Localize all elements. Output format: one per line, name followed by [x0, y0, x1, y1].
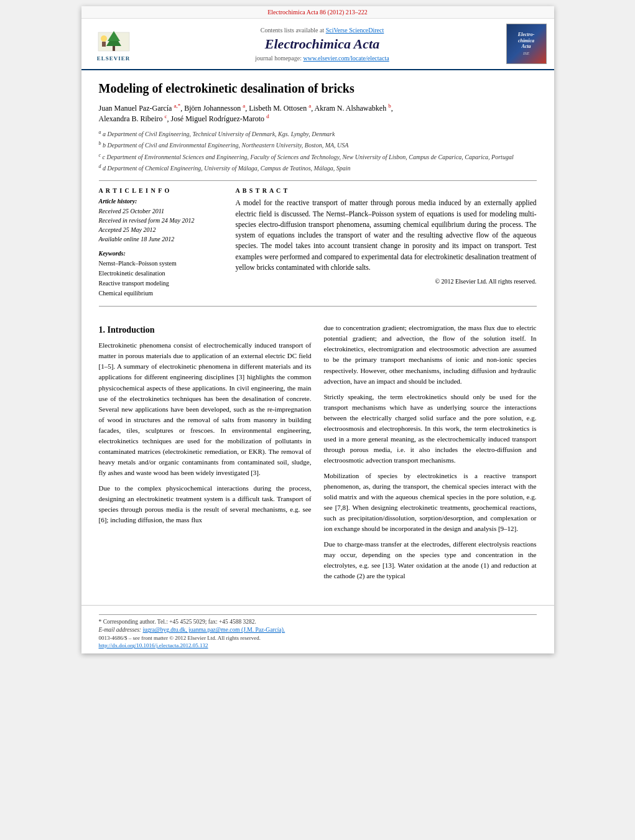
affil-b: b b Department of Civil and Environmenta… [99, 140, 537, 150]
copyright: © 2012 Elsevier Ltd. All rights reserved… [236, 278, 537, 285]
body-content: 1. Introduction Electrokinetic phenomena… [81, 323, 554, 599]
intro-para1: Electrokinetic phenomena consist of elec… [99, 340, 312, 478]
two-col-body: 1. Introduction Electrokinetic phenomena… [99, 323, 537, 586]
page: Electrochimica Acta 86 (2012) 213–222 EL… [81, 6, 554, 653]
svg-point-4 [101, 35, 107, 42]
elsevier-tree-icon [95, 26, 132, 54]
abstract-col: A B S T R A C T A model for the reactive… [236, 187, 537, 298]
journal-title: Electrochimica Acta [139, 36, 506, 52]
abstract-label: A B S T R A C T [236, 187, 537, 194]
article-history: Article history: Received 25 October 201… [99, 198, 223, 244]
affiliations: a a Department of Civil Engineering, Tec… [99, 129, 537, 173]
footnote-star: * Corresponding author. Tel.: +45 4525 5… [99, 619, 537, 625]
journal-issue-bar: Electrochimica Acta 86 (2012) 213–222 [81, 6, 554, 19]
affil-a: a a Department of Civil Engineering, Tec… [99, 129, 537, 139]
journal-url[interactable]: www.elsevier.com/locate/electacta [304, 55, 389, 62]
article-title: Modeling of electrokinetic desalination … [99, 80, 537, 96]
article-info-col: A R T I C L E I N F O Article history: R… [99, 187, 223, 298]
keyword-2: Electrokinetic desalination [99, 269, 223, 279]
affil-d: d d Department of Chemical Engineering, … [99, 163, 537, 173]
doi-line: 0013-4686/$ – see front matter © 2012 El… [99, 635, 537, 641]
elsevier-wordmark: ELSEVIER [97, 55, 131, 62]
sciverse-line: Contents lists available at SciVerse Sci… [139, 27, 506, 34]
affil-c: c c Department of Environmental Sciences… [99, 152, 537, 162]
journal-info-center: Contents lists available at SciVerse Sci… [139, 27, 506, 62]
svg-rect-5 [102, 42, 106, 47]
intro-para5: Mobilization of species by electrokineti… [324, 471, 537, 534]
email-link[interactable]: jugra@byg.dtu.dk, juanma.paz@me.com (J.M… [142, 627, 285, 633]
intro-para6: Due to charge-mass transfer at the elect… [324, 539, 537, 581]
sciverse-link[interactable]: SciVerse ScienceDirect [326, 27, 384, 34]
history-received: Received 25 October 2011 [99, 206, 223, 216]
journal-issue-text: Electrochimica Acta 86 (2012) 213–222 [267, 9, 368, 16]
history-online: Available online 18 June 2012 [99, 234, 223, 244]
keywords-title: Keywords: [99, 250, 223, 257]
section1-heading: 1. Introduction [99, 325, 312, 335]
footnote-section: * Corresponding author. Tel.: +45 4525 5… [99, 614, 537, 633]
journal-homepage: journal homepage: www.elsevier.com/locat… [139, 55, 506, 62]
journal-cover-image: Electro-chimicaActa ISE [506, 24, 547, 64]
page-footer: * Corresponding author. Tel.: +45 4525 5… [81, 605, 554, 653]
history-revised: Received in revised form 24 May 2012 [99, 216, 223, 225]
intro-para3: due to concentration gradient; electromi… [324, 323, 537, 386]
intro-para4: Strictly speaking, the term electrokinet… [324, 392, 537, 466]
history-accepted: Accepted 25 May 2012 [99, 225, 223, 234]
article-info-label: A R T I C L E I N F O [99, 187, 223, 194]
article-info-abstract: A R T I C L E I N F O Article history: R… [99, 187, 537, 298]
body-col-right: due to concentration gradient; electromi… [324, 323, 537, 586]
authors-line: Juan Manuel Paz-García a,*, Björn Johann… [99, 103, 537, 124]
abstract-text: A model for the reactive transport of ma… [236, 198, 537, 273]
header-divider [99, 180, 537, 181]
footnote-email: E-mail addresses: jugra@byg.dtu.dk, juan… [99, 627, 537, 633]
svg-rect-1 [113, 46, 115, 51]
content-divider [99, 306, 537, 307]
keyword-4: Chemical equilibrium [99, 288, 223, 298]
intro-para2: Due to the complex physicochemical inter… [99, 483, 312, 525]
doi-link[interactable]: http://dx.doi.org/10.1016/j.electacta.20… [99, 642, 208, 648]
elsevier-logo: ELSEVIER [89, 26, 139, 62]
keyword-1: Nernst–Planck–Poisson system [99, 259, 223, 269]
journal-header: ELSEVIER Contents lists available at Sci… [81, 19, 554, 70]
main-content: Modeling of electrokinetic desalination … [81, 70, 554, 323]
keyword-3: Reactive transport modeling [99, 279, 223, 288]
keywords-section: Keywords: Nernst–Planck–Poisson system E… [99, 250, 223, 298]
doi-url: http://dx.doi.org/10.1016/j.electacta.20… [99, 642, 537, 648]
history-title: Article history: [99, 198, 223, 205]
body-col-left: 1. Introduction Electrokinetic phenomena… [99, 323, 312, 586]
